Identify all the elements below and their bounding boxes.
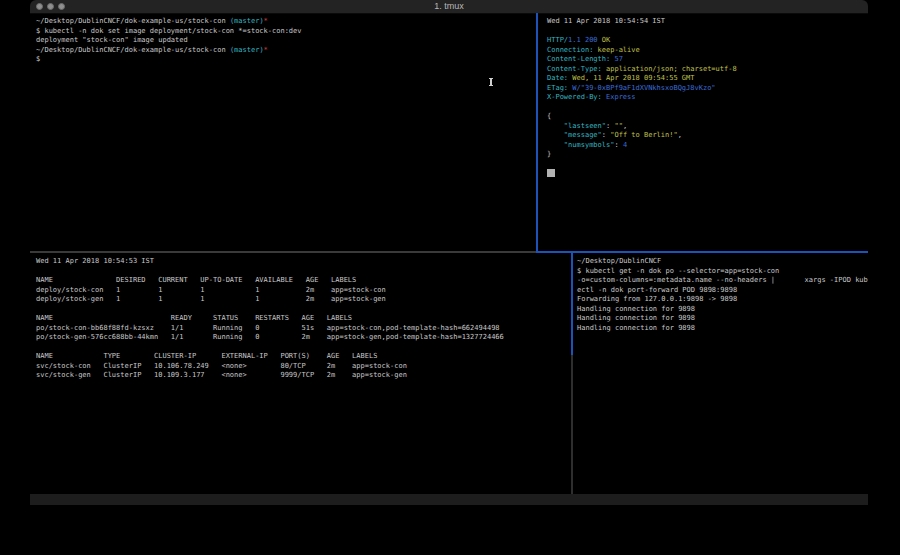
terminal-text-segment: Wed 11 Apr 2018 10:54:54 IST [547,17,665,25]
terminal-line: deploy/stock-gen 1 1 1 1 2m app=stock-ge… [36,295,577,305]
terminal-text-segment: deployment "stock-con" image updated [36,36,188,44]
terminal-line: $ kubectl get -n dok po --selector=app=s… [577,267,868,277]
terminal-line: "numsymbols": 4 [547,141,868,151]
terminal-text-segment: Express [602,93,636,101]
terminal-line: } [547,150,868,160]
terminal-text-segment: ETag: [547,84,568,92]
terminal-line: Content-Type: application/json; charset=… [547,65,868,75]
terminal-text-segment: "numsymbols" [564,141,615,149]
terminal-text-segment: Handling connection for 9898 [577,314,695,322]
terminal-text-segment: ~/Desktop/DublinCNCF [577,257,661,265]
terminal-line: ~/Desktop/DublinCNCF/dok-example-us/stoc… [36,46,542,56]
terminal-window: 1. tmux ~/Desktop/DublinCNCF/dok-example… [30,0,868,505]
pane-divider-vertical-bottom[interactable] [571,355,573,494]
terminal-line [547,103,868,113]
pane-divider-vertical-top[interactable] [536,13,538,253]
terminal-text-segment: deploy/stock-con 1 1 1 1 2m app=stock-co… [36,286,386,294]
terminal-text-segment: ~/Desktop/DublinCNCF/dok-example-us/stoc… [36,17,230,25]
tmux-status-bar: demo 0:bash* ✳ minikube :default [30,494,868,505]
terminal-line: NAME READY STATUS RESTARTS AGE LABELS [36,314,577,324]
terminal-text-segment: $ kubectl get -n dok po --selector=app=s… [577,267,779,275]
terminal-text-segment: "Off to Berlin!" [610,131,677,139]
terminal-text-segment: : [614,141,622,149]
terminal-text-segment: Date: [547,74,568,82]
terminal-line: po/stock-con-bb68f88fd-kzsxz 1/1 Running… [36,324,577,334]
terminal-text-segment: "message" [564,131,602,139]
terminal-line [547,160,868,170]
terminal-text-segment: NAME READY STATUS RESTARTS AGE LABELS [36,314,352,322]
pane-divider-vertical-bottom-active[interactable] [571,253,573,355]
terminal-line: ectl -n dok port-forward POD 9898:9898 [577,286,868,296]
window-titlebar[interactable]: 1. tmux [30,0,868,14]
terminal-line: { [547,112,868,122]
terminal-line: Wed 11 Apr 2018 10:54:53 IST [36,257,577,267]
terminal-line: X-Powered-By: Express [547,93,868,103]
terminal-text-segment: Wed 11 Apr 2018 10:54:53 IST [36,257,154,265]
terminal-text-segment: (master) [230,17,264,25]
terminal-text-segment: } [547,150,551,158]
terminal-line: NAME DESIRED CURRENT UP-TO-DATE AVAILABL… [36,276,577,286]
terminal-text-segment: keep-alive [593,46,639,54]
window-title: 1. tmux [30,1,868,11]
terminal-text-segment [547,122,564,130]
terminal-line: Wed 11 Apr 2018 10:54:54 IST [547,17,868,27]
terminal-line: HTTP/1.1 200 OK [547,36,868,46]
terminal-line: Connection: keep-alive [547,46,868,56]
terminal-text-segment: NAME DESIRED CURRENT UP-TO-DATE AVAILABL… [36,276,356,284]
terminal-text-segment: 1.1 200 [568,36,598,44]
terminal-text-segment: application/json; charset=utf-8 [602,65,737,73]
terminal-text-segment: * [264,46,268,54]
terminal-text-segment: "lastseen" [564,122,606,130]
terminal-line: ~/Desktop/DublinCNCF/dok-example-us/stoc… [36,17,542,27]
terminal-pane-bottom-left[interactable]: Wed 11 Apr 2018 10:54:53 ISTNAME DESIRED… [30,253,577,498]
terminal-text-segment: 57 [610,55,623,63]
terminal-text-segment: po/stock-con-bb68f88fd-kzsxz 1/1 Running… [36,324,500,332]
status-right: ✳ minikube :default [797,494,864,505]
terminal-text-segment: ectl -n dok port-forward POD 9898:9898 [577,286,737,294]
terminal-text-segment: NAME TYPE CLUSTER-IP EXTERNAL-IP PORT(S)… [36,352,377,360]
terminal-text-segment: * [264,17,268,25]
terminal-text-segment: po/stock-gen-576cc688bb-44kmn 1/1 Runnin… [36,333,504,341]
terminal-line: svc/stock-con ClusterIP 10.106.78.249 <n… [36,362,577,372]
terminal-text-segment: HTTP/ [547,36,568,44]
terminal-text-segment: 4 [623,141,627,149]
terminal-text-segment: Handling connection for 9898 [577,324,695,332]
terminal-text-segment: OK [598,36,611,44]
terminal-line: Handling connection for 9898 [577,305,868,315]
terminal-text-segment: Content-Type: [547,65,602,73]
terminal-line [547,169,868,179]
desktop: 1. tmux ~/Desktop/DublinCNCF/dok-example… [0,0,900,555]
pane-divider-horizontal-left[interactable] [30,251,537,253]
terminal-line [36,343,577,353]
terminal-text-segment: : [602,131,610,139]
terminal-line: Date: Wed, 11 Apr 2018 09:54:55 GMT [547,74,868,84]
terminal-text-segment: , [678,131,682,139]
terminal-line: ~/Desktop/DublinCNCF [577,257,868,267]
terminal-text-segment: Handling connection for 9898 [577,305,695,313]
terminal-pane-top-right[interactable]: Wed 11 Apr 2018 10:54:54 ISTHTTP/1.1 200… [541,14,868,269]
terminal-text-segment: Connection: [547,46,593,54]
terminal-text-segment: Forwarding from 127.0.0.1:9898 -> 9898 [577,295,737,303]
terminal-line: po/stock-gen-576cc688bb-44kmn 1/1 Runnin… [36,333,577,343]
terminal-text-segment: svc/stock-gen ClusterIP 10.109.3.177 <no… [36,371,407,379]
terminal-line: Forwarding from 127.0.0.1:9898 -> 9898 [577,295,868,305]
terminal-line: NAME TYPE CLUSTER-IP EXTERNAL-IP PORT(S)… [36,352,577,362]
terminal-text-segment: Wed, 11 Apr 2018 09:54:55 GMT [568,74,694,82]
terminal-pane-bottom-right[interactable]: ~/Desktop/DublinCNCF$ kubectl get -n dok… [573,253,868,498]
terminal-line: svc/stock-gen ClusterIP 10.109.3.177 <no… [36,371,577,381]
terminal-text-segment: $ kubectl -n dok set image deployment/st… [36,27,302,35]
terminal-line: ETag: W/"39-0xBPf9aF1dXVNkhsxoBQgJ8vKzo" [547,84,868,94]
terminal-text-segment [547,131,564,139]
text-cursor [547,169,555,177]
terminal-line: Content-Length: 57 [547,55,868,65]
terminal-pane-top-left[interactable]: ~/Desktop/DublinCNCF/dok-example-us/stoc… [30,14,542,265]
terminal-line: Handling connection for 9898 [577,314,868,324]
terminal-text-segment: W/"39-0xBPf9aF1dXVNkhsxoBQgJ8vKzo" [568,84,716,92]
terminal-text-segment: , [623,122,627,130]
pane-divider-horizontal-right[interactable] [536,251,868,253]
terminal-text-segment: deploy/stock-gen 1 1 1 1 2m app=stock-ge… [36,295,386,303]
status-left: demo 0:bash* [36,494,99,505]
terminal-line: deploy/stock-con 1 1 1 1 2m app=stock-co… [36,286,577,296]
terminal-text-segment: ~/Desktop/DublinCNCF/dok-example-us/stoc… [36,46,230,54]
terminal-line: "message": "Off to Berlin!", [547,131,868,141]
